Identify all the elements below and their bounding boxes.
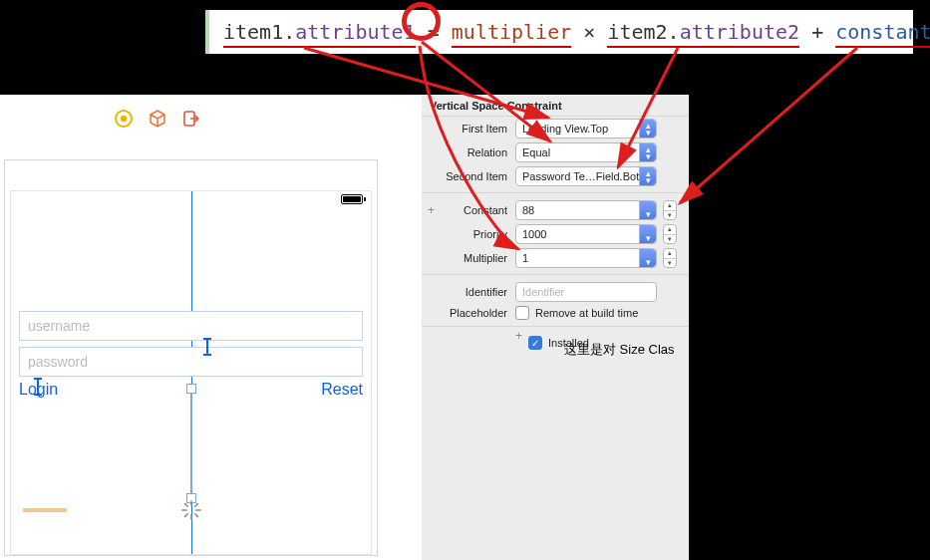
remove-at-build-checkbox[interactable] bbox=[515, 306, 529, 320]
label-identifier: Identifier bbox=[422, 286, 509, 298]
status-bar bbox=[11, 191, 371, 209]
annotation-text: 这里是对 Size Clas bbox=[564, 341, 675, 359]
installed-checkbox[interactable]: ✓ bbox=[528, 336, 542, 350]
chevron-down-icon: ▾ bbox=[643, 228, 653, 242]
formula-plus: + bbox=[811, 20, 823, 44]
formula-eq: = bbox=[428, 20, 440, 44]
identifier-field[interactable]: Identifier bbox=[515, 282, 657, 302]
svg-line-8 bbox=[194, 514, 197, 517]
ib-canvas[interactable]: username password Login Reset bbox=[0, 95, 422, 560]
formula-attr2: attribute2 bbox=[680, 20, 799, 44]
chevron-updown-icon: ▴▾ bbox=[643, 170, 653, 184]
label-constant: Constant bbox=[422, 204, 509, 216]
formula-constant: constant bbox=[835, 20, 930, 48]
chevron-updown-icon: ▴▾ bbox=[643, 123, 653, 137]
priority-stepper[interactable]: ▴▾ bbox=[663, 224, 677, 244]
label-placeholder: Placeholder bbox=[422, 307, 509, 319]
svg-line-7 bbox=[184, 504, 187, 507]
label-multiplier: Multiplier bbox=[422, 252, 509, 264]
password-field[interactable]: password bbox=[19, 347, 363, 377]
activity-indicator-icon bbox=[181, 500, 201, 520]
label-priority: Priority bbox=[422, 228, 509, 240]
first-item-popup[interactable]: Loading View.Top ▴▾ bbox=[515, 119, 657, 139]
login-button[interactable]: Login bbox=[19, 381, 58, 399]
caret-icon bbox=[206, 340, 208, 354]
cube-icon[interactable] bbox=[149, 110, 166, 128]
chevron-updown-icon: ▴▾ bbox=[643, 146, 653, 160]
formula-attr1: attribute1 bbox=[295, 20, 415, 44]
exit-icon[interactable] bbox=[182, 110, 200, 128]
coin-icon[interactable] bbox=[115, 110, 133, 128]
annotation-text: 会生 bbox=[693, 317, 717, 334]
formula-item1: item1 bbox=[223, 20, 283, 44]
constraint-selection[interactable] bbox=[186, 389, 196, 498]
svg-line-9 bbox=[194, 504, 197, 507]
username-placeholder: username bbox=[28, 318, 90, 334]
reset-button[interactable]: Reset bbox=[321, 381, 363, 399]
ib-toolbar bbox=[115, 110, 200, 128]
battery-icon bbox=[341, 194, 363, 204]
attributes-inspector: Vertical Space Constraint First Item Loa… bbox=[422, 95, 689, 560]
multiplier-stepper[interactable]: ▴▾ bbox=[663, 248, 677, 268]
chevron-down-icon: ▾ bbox=[643, 204, 653, 218]
chevron-down-icon: ▾ bbox=[643, 252, 653, 266]
label-second-item: Second Item bbox=[422, 170, 509, 182]
label-first-item: First Item bbox=[422, 123, 509, 135]
relation-popup[interactable]: Equal ▴▾ bbox=[515, 142, 657, 162]
svg-line-10 bbox=[184, 514, 187, 517]
multiplier-field[interactable]: 1 ▾ bbox=[515, 248, 657, 268]
plus-icon[interactable]: + bbox=[515, 329, 522, 343]
password-placeholder: password bbox=[28, 354, 88, 370]
scene-frame[interactable]: username password Login Reset bbox=[4, 159, 378, 556]
formula-item2: item2 bbox=[607, 20, 667, 44]
annotation-text: 勾上 bbox=[693, 299, 717, 316]
formula-bar: item1.attribute1 = multiplier × item2.at… bbox=[205, 10, 913, 54]
guide-segment bbox=[23, 508, 67, 512]
device-frame: username password Login Reset bbox=[10, 190, 372, 555]
constant-field[interactable]: 88 ▾ bbox=[515, 200, 657, 220]
formula-times: × bbox=[583, 20, 595, 44]
inspector-header: Vertical Space Constraint bbox=[422, 95, 689, 117]
username-field[interactable]: username bbox=[19, 311, 363, 341]
svg-point-1 bbox=[121, 116, 127, 122]
formula-multiplier: multiplier bbox=[452, 20, 571, 48]
label-relation: Relation bbox=[422, 146, 509, 158]
second-item-popup[interactable]: Password Te…Field.Bottom ▴▾ bbox=[515, 166, 657, 186]
priority-field[interactable]: 1000 ▾ bbox=[515, 224, 657, 244]
remove-at-build-label: Remove at build time bbox=[535, 307, 638, 319]
constant-stepper[interactable]: ▴▾ bbox=[663, 200, 677, 220]
plus-icon[interactable]: + bbox=[428, 203, 435, 217]
